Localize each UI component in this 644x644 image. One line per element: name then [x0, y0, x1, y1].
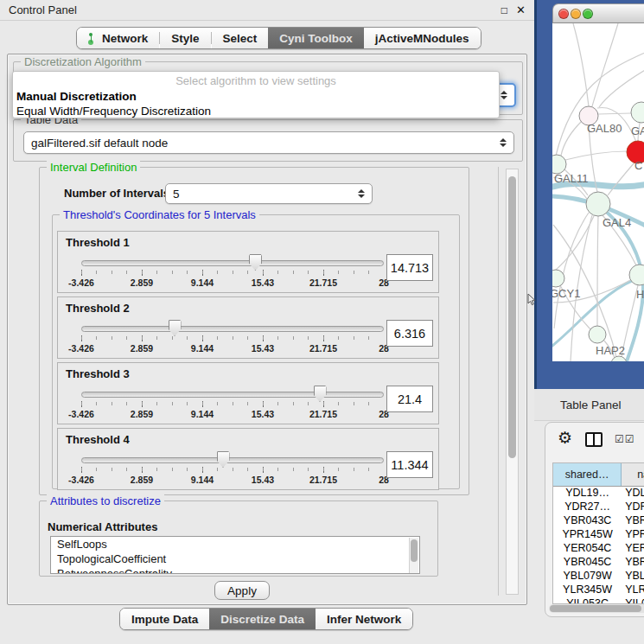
close-traffic-light[interactable]: [558, 9, 569, 19]
slider-thumb[interactable]: [217, 451, 230, 468]
network-edge: [597, 216, 598, 326]
gear-icon[interactable]: ⚙: [558, 430, 572, 446]
slider-minor-ticks: [81, 336, 384, 340]
tab-impute-data[interactable]: Impute Data: [120, 609, 209, 629]
cell-shared-name[interactable]: YDL19…: [553, 487, 622, 501]
table-horizontal-scrollbar[interactable]: [549, 604, 644, 613]
settings-scrollbar-thumb[interactable]: [508, 176, 516, 458]
cell-name[interactable]: YDL19: [622, 487, 644, 501]
cell-name[interactable]: YBL07: [622, 570, 644, 583]
attribute-list-item[interactable]: TopologicalCoefficient: [51, 552, 419, 566]
cell-shared-name[interactable]: YER054C: [553, 542, 622, 556]
table-horizontal-scrollbar-thumb[interactable]: [550, 605, 641, 612]
tab-network[interactable]: Network: [77, 28, 159, 48]
threshold-slider[interactable]: -3.4262.8599.14415.4321.71528: [81, 232, 384, 294]
panel-title: Control Panel: [9, 3, 77, 16]
slider-track[interactable]: [81, 392, 384, 398]
table-row[interactable]: YDL19…YDL19: [553, 487, 644, 501]
network-canvas[interactable]: GAL80GACGAL11GAL4GCY1HHAP2: [552, 23, 644, 361]
table-header: shared… na: [553, 463, 644, 487]
table-row[interactable]: YBL079WYBL07: [553, 570, 644, 583]
network-window-titlebar[interactable]: [552, 3, 644, 23]
column-header-name[interactable]: na: [622, 463, 644, 486]
network-node[interactable]: [631, 102, 644, 123]
tick-label: 2.859: [131, 343, 153, 354]
cell-name[interactable]: YIL05: [622, 597, 644, 604]
cell-shared-name[interactable]: YPR145W: [553, 528, 622, 542]
table-row[interactable]: YIL053CYIL05: [553, 597, 644, 604]
tab-infer-network[interactable]: Infer Network: [316, 609, 412, 629]
numerical-attributes-list[interactable]: SelfLoopsTopologicalCoefficientBetweenne…: [50, 536, 420, 574]
table-row[interactable]: YBR045CYBR04: [553, 556, 644, 570]
table-row[interactable]: YDR27…YDR27: [553, 501, 644, 514]
zoom-traffic-light[interactable]: [583, 9, 593, 19]
tab-style[interactable]: Style: [160, 28, 210, 48]
network-node[interactable]: [589, 326, 606, 343]
apply-button[interactable]: Apply: [214, 581, 270, 600]
network-node[interactable]: [552, 155, 566, 174]
threshold-slider[interactable]: -3.4262.8599.14415.4321.71528: [81, 429, 384, 491]
settings-scrollbar[interactable]: [506, 169, 519, 595]
cell-shared-name[interactable]: YDR27…: [553, 501, 622, 514]
checkbox-columns-icon[interactable]: ☑☑: [615, 433, 635, 445]
tick-label: 15.43: [252, 277, 274, 288]
split-columns-icon[interactable]: [585, 432, 603, 447]
threshold-value-input[interactable]: [386, 254, 433, 281]
tab-cyni-toolbox[interactable]: Cyni Toolbox: [268, 28, 364, 48]
cell-name[interactable]: YLR34: [622, 583, 644, 597]
slider-thumb[interactable]: [169, 320, 182, 336]
tab-select[interactable]: Select: [212, 28, 269, 48]
number-of-intervals-value: 5: [173, 188, 357, 201]
number-of-intervals-select[interactable]: 5: [165, 183, 373, 204]
cell-name[interactable]: YDR27: [622, 501, 644, 514]
tab-discretize-data[interactable]: Discretize Data: [209, 609, 316, 629]
combo-arrows-icon: [499, 138, 507, 147]
threshold-panel: Threshold 2-3.4262.8599.14415.4321.71528: [57, 296, 439, 359]
table-data-select[interactable]: galFiltered.sif default node: [23, 131, 514, 154]
slider-thumb[interactable]: [314, 386, 327, 402]
tab-jactivemnodules[interactable]: jActiveMNodules: [364, 28, 481, 48]
network-edge: [561, 121, 582, 156]
table-panel-card: ⚙ ☑☑ shared… na YDL19…YDL19YDR27…YDR27YB…: [545, 422, 644, 617]
table-row[interactable]: YER054CYER05: [553, 542, 644, 556]
float-window-icon[interactable]: □: [501, 5, 507, 16]
table-row[interactable]: YLR345WYLR34: [553, 583, 644, 597]
table-row[interactable]: YPR145WYPR14: [553, 528, 644, 542]
attribute-list-item[interactable]: SelfLoops: [51, 537, 419, 552]
attributes-scrollbar-thumb[interactable]: [411, 539, 418, 562]
table-row[interactable]: YBR043CYBR04: [553, 514, 644, 528]
slider-tick-labels: -3.4262.8599.14415.4321.71528: [81, 277, 384, 288]
slider-track[interactable]: [81, 326, 384, 332]
attribute-list-item[interactable]: BetweennessCentrality: [51, 566, 419, 574]
network-node[interactable]: [586, 192, 610, 216]
cell-name[interactable]: YBR04: [622, 514, 644, 528]
dropdown-option[interactable]: Equal Width/Frequency Discretization: [13, 104, 499, 118]
cell-shared-name[interactable]: YBR045C: [553, 556, 622, 570]
threshold-value-input[interactable]: [386, 451, 433, 478]
column-header-shared-name[interactable]: shared…: [553, 463, 622, 486]
network-edge: [608, 163, 634, 195]
cell-shared-name[interactable]: YBL079W: [553, 570, 622, 583]
cell-name[interactable]: YPR14: [622, 528, 644, 542]
tick-label: 2.859: [131, 475, 153, 485]
threshold-value-input[interactable]: [386, 320, 433, 347]
close-window-icon[interactable]: ✕: [516, 4, 526, 16]
cell-shared-name[interactable]: YIL053C: [553, 597, 622, 604]
attributes-scrollbar[interactable]: [409, 538, 418, 574]
minimize-traffic-light[interactable]: [571, 9, 581, 19]
cell-name[interactable]: YER05: [622, 542, 644, 556]
slider-track[interactable]: [81, 457, 384, 463]
slider-tick-labels: -3.4262.8599.14415.4321.71528: [81, 409, 384, 419]
cell-shared-name[interactable]: YLR345W: [553, 583, 622, 597]
cell-name[interactable]: YBR04: [622, 556, 644, 570]
network-node-label: GAL80: [587, 122, 622, 135]
threshold-slider[interactable]: -3.4262.8599.14415.4321.71528: [81, 297, 384, 360]
slider-track[interactable]: [81, 260, 384, 266]
slider-thumb[interactable]: [249, 254, 262, 271]
dropdown-option[interactable]: Manual Discretization: [13, 89, 499, 104]
threshold-value-input[interactable]: [386, 386, 433, 412]
network-node[interactable]: [552, 270, 564, 287]
node-table: shared… na YDL19…YDL19YDR27…YDR27YBR043C…: [552, 462, 644, 604]
cell-shared-name[interactable]: YBR043C: [553, 514, 622, 528]
threshold-slider[interactable]: -3.4262.8599.14415.4321.71528: [81, 363, 384, 425]
